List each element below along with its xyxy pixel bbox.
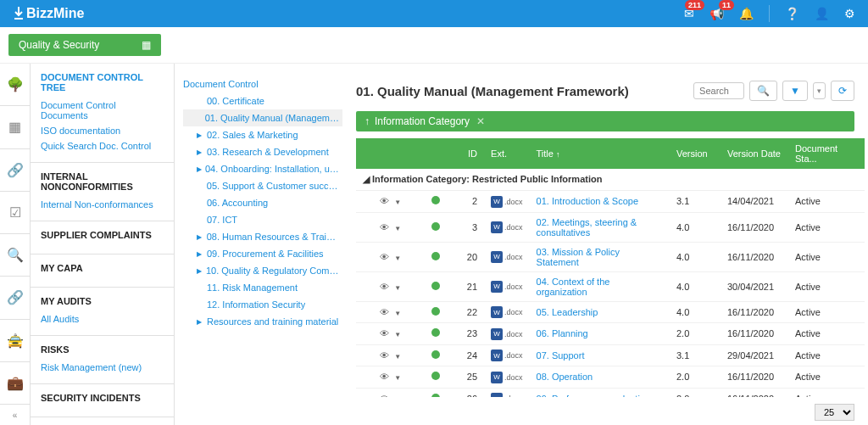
tree-item[interactable]: 01. Quality Manual (Management Framework… bbox=[183, 109, 342, 126]
view-icon[interactable]: 👁 bbox=[380, 328, 389, 338]
filter-dropdown[interactable]: ▾ bbox=[813, 82, 826, 99]
tree-item[interactable]: ▶10. Quality & Regulatory Compliance bbox=[183, 262, 342, 279]
view-icon[interactable]: 👁 bbox=[380, 282, 389, 292]
view-icon[interactable]: 👁 bbox=[380, 350, 389, 361]
tree-item[interactable]: 07. ICT bbox=[183, 211, 342, 228]
tree-item[interactable]: 05. Support & Customer success bbox=[183, 177, 342, 194]
row-menu[interactable]: ▼ bbox=[394, 284, 401, 292]
sidebar-title[interactable]: SECURITY INCIDENTS bbox=[41, 393, 164, 403]
view-icon[interactable]: 👁 bbox=[380, 372, 389, 382]
view-icon[interactable]: 👁 bbox=[380, 196, 389, 206]
mail-icon[interactable]: ✉211 bbox=[684, 7, 694, 20]
tree-item[interactable]: ▶Resources and training material bbox=[183, 313, 342, 330]
group-header[interactable]: ◢ Information Category: Restricted Publi… bbox=[356, 169, 865, 191]
cell-status: Active bbox=[788, 212, 865, 242]
doc-title-link[interactable]: 07. Support bbox=[537, 350, 585, 361]
group-chip[interactable]: ↑ Information Category ✕ bbox=[356, 111, 854, 131]
caret-icon: ▶ bbox=[197, 165, 202, 173]
sidebar-link[interactable]: Quick Search Doc. Control bbox=[41, 138, 164, 154]
page-size-select[interactable]: 25 bbox=[815, 404, 854, 421]
status-dot bbox=[431, 350, 440, 359]
doc-title-link[interactable]: 05. Leadership bbox=[537, 307, 598, 317]
doc-title-link[interactable]: 08. Operation bbox=[537, 372, 593, 382]
col-id[interactable]: ID bbox=[450, 138, 484, 169]
cell-status: Active bbox=[788, 271, 865, 301]
file-icon: W.docx bbox=[491, 251, 523, 263]
doc-title-link[interactable]: 06. Planning bbox=[537, 328, 588, 338]
cell-status: Active bbox=[788, 388, 865, 397]
row-menu[interactable]: ▼ bbox=[394, 353, 401, 361]
iconbar-collapse[interactable]: « bbox=[0, 405, 30, 425]
tree-item[interactable]: ▶09. Procurement & Facilities bbox=[183, 245, 342, 262]
bell-icon[interactable]: 🔔 bbox=[739, 7, 754, 20]
tree-item[interactable]: ▶08. Human Resources & Training bbox=[183, 228, 342, 245]
iconbar-incident[interactable]: 🚖 bbox=[0, 320, 30, 362]
row-menu[interactable]: ▼ bbox=[394, 199, 401, 206]
sidebar-link[interactable]: Risk Management (new) bbox=[41, 360, 164, 375]
iconbar-search[interactable]: 🔍 bbox=[0, 234, 30, 277]
tree-item[interactable]: 11. Risk Management bbox=[183, 279, 342, 296]
file-icon: W.docx bbox=[491, 221, 523, 233]
megaphone-icon[interactable]: 📢11 bbox=[709, 7, 724, 20]
tree-root[interactable]: Document Control bbox=[183, 75, 342, 92]
sidebar-title[interactable]: MY AUDITS bbox=[41, 296, 164, 306]
doc-title-link[interactable]: 04. Context of the organization bbox=[537, 277, 610, 297]
sidebar-title[interactable]: SUPPLIER COMPLAINTS bbox=[41, 230, 164, 240]
chip-close[interactable]: ✕ bbox=[476, 115, 485, 127]
iconbar-training[interactable]: 💼 bbox=[0, 362, 30, 405]
view-icon[interactable]: 👁 bbox=[380, 222, 389, 232]
tree-item[interactable]: ▶02. Sales & Marketing bbox=[183, 126, 342, 143]
sidebar-title[interactable]: RISKS bbox=[41, 344, 164, 355]
row-menu[interactable]: ▼ bbox=[394, 374, 401, 382]
table-row: 👁 ▼26W.docx09. Performance evaluation2.0… bbox=[356, 388, 865, 397]
search-button[interactable]: 🔍 bbox=[749, 81, 777, 101]
sidebar-link[interactable]: All Audits bbox=[41, 311, 164, 327]
cell-version: 3.1 bbox=[670, 191, 721, 213]
cell-version: 4.0 bbox=[670, 271, 721, 301]
help-icon[interactable]: ❔ bbox=[785, 7, 799, 20]
col-ext[interactable]: Ext. bbox=[484, 138, 530, 169]
tree-item[interactable]: 00. Certificate bbox=[183, 92, 342, 109]
sidebar-title[interactable]: MY CAPA bbox=[41, 263, 164, 273]
caret-icon: ▶ bbox=[197, 267, 203, 275]
col-title[interactable]: Title ↑ bbox=[530, 138, 670, 169]
iconbar-tree[interactable]: 🌳 bbox=[0, 64, 30, 106]
view-icon[interactable]: 👁 bbox=[380, 307, 389, 317]
iconbar-check[interactable]: ☑ bbox=[0, 192, 30, 234]
filter-button[interactable]: ▼ bbox=[782, 81, 808, 101]
view-icon[interactable]: 👁 bbox=[380, 252, 389, 262]
sidebar-title[interactable]: INTERNAL NONCONFORMITIES bbox=[41, 171, 164, 192]
doc-title-link[interactable]: 01. Introduction & Scope bbox=[537, 196, 638, 206]
row-menu[interactable]: ▼ bbox=[394, 331, 401, 338]
sidebar-title[interactable]: DOCUMENT CONTROL TREE bbox=[41, 72, 164, 92]
doc-title-link[interactable]: 02. Meetings, steering & consultatives bbox=[537, 217, 637, 238]
tree-item[interactable]: 06. Accounting bbox=[183, 194, 342, 211]
iconbar-link[interactable]: 🔗 bbox=[0, 149, 30, 192]
row-menu[interactable]: ▼ bbox=[394, 225, 401, 232]
cell-version: 4.0 bbox=[670, 212, 721, 242]
sidebar-link[interactable]: ISO documentation bbox=[41, 123, 164, 138]
iconbar-grid[interactable]: ▦ bbox=[0, 106, 30, 148]
refresh-button[interactable]: ⟳ bbox=[831, 81, 854, 101]
col-status[interactable]: Document Sta... bbox=[788, 138, 865, 169]
iconbar-risk[interactable]: 🔗 bbox=[0, 277, 30, 319]
caret-icon: ▶ bbox=[197, 318, 203, 326]
settings-icon[interactable]: ⚙ bbox=[844, 7, 855, 20]
cell-status: Active bbox=[788, 366, 865, 389]
tree-item[interactable]: 12. Information Security bbox=[183, 296, 342, 313]
sidebar-link[interactable]: Document Control Documents bbox=[41, 98, 164, 123]
sidebar-link[interactable]: Internal Non-conformances bbox=[41, 197, 164, 212]
tree-item[interactable]: ▶04. Onboarding: Installation, updates, … bbox=[183, 160, 342, 177]
module-selector[interactable]: Quality & Security ▦ bbox=[8, 34, 161, 56]
cell-version: 3.1 bbox=[670, 344, 721, 366]
col-version[interactable]: Version bbox=[670, 138, 721, 169]
search-input[interactable] bbox=[693, 82, 744, 99]
row-menu[interactable]: ▼ bbox=[394, 254, 401, 262]
pager: 25 bbox=[342, 397, 868, 425]
doc-title-link[interactable]: 03. Mission & Policy Statement bbox=[537, 247, 620, 267]
tree-item[interactable]: ▶03. Research & Development bbox=[183, 143, 342, 160]
row-menu[interactable]: ▼ bbox=[394, 310, 401, 317]
user-icon[interactable]: 👤 bbox=[815, 7, 829, 20]
col-vdate[interactable]: Version Date bbox=[721, 138, 788, 169]
documents-table: ID Ext. Title ↑ Version Version Date Doc… bbox=[356, 138, 865, 397]
